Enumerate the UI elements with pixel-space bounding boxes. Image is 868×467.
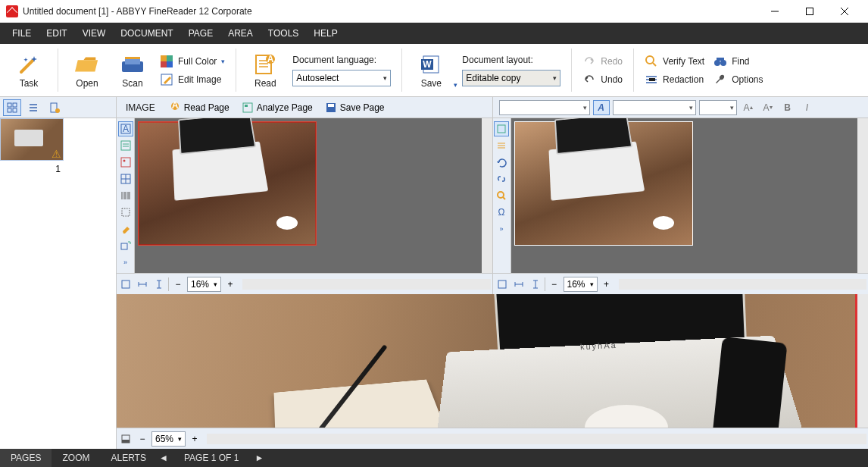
vertical-scrollbar[interactable] xyxy=(857,294,868,428)
zoom-in-button[interactable]: + xyxy=(599,277,614,292)
horizontal-scrollbar[interactable] xyxy=(207,434,866,444)
open-label: Open xyxy=(76,78,98,89)
maximize-button[interactable] xyxy=(792,0,827,23)
status-alerts[interactable]: ALERTS xyxy=(100,449,156,467)
style-select[interactable]: ▾ xyxy=(499,100,590,115)
zoom-select[interactable]: 65%▾ xyxy=(151,431,186,447)
recognition-area-tool[interactable]: A xyxy=(118,121,133,136)
svg-text:W: W xyxy=(423,59,432,70)
bold-button[interactable]: B xyxy=(779,100,796,115)
vertical-scrollbar[interactable] xyxy=(482,118,492,273)
view-mode-button[interactable] xyxy=(118,431,133,447)
horizontal-scrollbar[interactable] xyxy=(619,279,866,290)
table-area-tool[interactable] xyxy=(118,171,133,186)
zoom-canvas[interactable]: kuyhAa xyxy=(117,294,857,428)
status-pages[interactable]: PAGES xyxy=(0,449,52,467)
fit-page-button[interactable] xyxy=(118,277,133,292)
fit-height-button[interactable] xyxy=(528,277,543,292)
image-tab: IMAGE xyxy=(120,102,161,113)
view-details-button[interactable] xyxy=(24,99,42,116)
horizontal-scrollbar[interactable] xyxy=(242,279,490,290)
zoom-in-button[interactable]: + xyxy=(223,277,238,292)
undo-button[interactable]: Undo xyxy=(582,73,623,86)
redo-button[interactable]: Redo xyxy=(582,55,623,68)
decrease-font-button[interactable]: A▾ xyxy=(760,100,776,115)
chevron-down-icon: ▾ xyxy=(221,58,225,65)
edit-image-button[interactable]: Edit Image xyxy=(160,73,225,86)
picture-area-tool[interactable] xyxy=(118,155,133,170)
text-area-tool[interactable] xyxy=(118,138,133,153)
rotate-tool[interactable] xyxy=(494,155,509,170)
menu-view[interactable]: VIEW xyxy=(75,23,114,44)
next-page-button[interactable]: ► xyxy=(252,453,266,463)
svg-rect-19 xyxy=(717,58,724,61)
font-family-select[interactable]: ▾ xyxy=(613,100,696,115)
doc-language-select[interactable]: Autoselect ▾ xyxy=(292,70,391,86)
task-button[interactable]: Task xyxy=(6,52,52,89)
font-style-button[interactable]: A xyxy=(593,100,610,115)
find-button[interactable]: Find xyxy=(713,55,763,68)
menu-tools[interactable]: TOOLS xyxy=(261,23,306,44)
view-thumbnails-button[interactable] xyxy=(3,99,21,116)
link-tool[interactable] xyxy=(494,171,509,186)
svg-rect-29 xyxy=(245,105,248,107)
fit-width-button[interactable] xyxy=(511,277,526,292)
page-thumbnail[interactable] xyxy=(0,118,64,161)
highlight-tool[interactable] xyxy=(494,188,509,203)
scan-button[interactable]: Scan xyxy=(110,52,155,89)
read-button[interactable]: A Read xyxy=(242,52,288,89)
mark-text-tool[interactable] xyxy=(494,121,509,136)
zoom-select[interactable]: 16%▾ xyxy=(187,277,221,292)
zoom-out-button[interactable]: − xyxy=(170,277,186,292)
expand-icon[interactable]: » xyxy=(494,221,509,237)
italic-button[interactable]: I xyxy=(799,100,816,115)
open-button[interactable]: Open xyxy=(64,52,110,89)
image-selection[interactable] xyxy=(138,121,317,246)
increase-font-button[interactable]: A▴ xyxy=(740,100,757,115)
prev-page-button[interactable]: ◄ xyxy=(157,453,170,463)
image-canvas[interactable] xyxy=(135,118,482,273)
menu-file[interactable]: FILE xyxy=(5,23,39,44)
menu-page[interactable]: PAGE xyxy=(181,23,220,44)
verify-text-button[interactable]: Verify Text xyxy=(645,55,704,68)
menu-area[interactable]: AREA xyxy=(220,23,261,44)
minimize-button[interactable] xyxy=(757,0,792,23)
zoom-select[interactable]: 16%▾ xyxy=(564,277,598,292)
menu-document[interactable]: DOCUMENT xyxy=(113,23,180,44)
menu-edit[interactable]: EDIT xyxy=(39,23,74,44)
select-tool[interactable] xyxy=(118,205,133,220)
insert-symbol-tool[interactable]: Ω xyxy=(494,205,509,220)
doc-layout-select[interactable]: Editable copy ▾ xyxy=(462,70,560,86)
text-canvas[interactable] xyxy=(511,118,858,273)
analyze-page-button[interactable]: Analyze Page xyxy=(237,99,317,116)
zoom-in-button[interactable]: + xyxy=(187,431,202,447)
mark-picture-tool[interactable] xyxy=(494,138,509,153)
save-button[interactable]: W Save xyxy=(408,52,454,89)
menu-help[interactable]: HELP xyxy=(306,23,345,44)
barcode-tool[interactable] xyxy=(118,188,133,203)
font-size-select[interactable]: ▾ xyxy=(699,100,737,115)
fit-width-button[interactable] xyxy=(135,277,150,292)
status-zoom[interactable]: ZOOM xyxy=(52,449,100,467)
options-button[interactable]: Options xyxy=(713,73,763,86)
fit-height-button[interactable] xyxy=(151,277,167,292)
svg-rect-34 xyxy=(121,141,130,150)
zoom-out-button[interactable]: − xyxy=(135,431,150,447)
read-page-button[interactable]: ARead Page xyxy=(164,99,234,116)
svg-rect-28 xyxy=(243,103,252,112)
expand-icon[interactable]: » xyxy=(118,255,133,270)
status-bar: PAGES ZOOM ALERTS ◄ PAGE 1 OF 1 ► xyxy=(0,449,868,467)
zoom-out-button[interactable]: − xyxy=(547,277,562,292)
doc-layout-value: Editable copy xyxy=(466,73,520,83)
redaction-button[interactable]: Redaction xyxy=(645,73,704,86)
page-properties-button[interactable] xyxy=(45,99,64,116)
full-color-button[interactable]: Full Color ▾ xyxy=(160,55,225,68)
read-page-icon: A xyxy=(169,102,181,114)
close-button[interactable] xyxy=(827,0,862,23)
fit-page-button[interactable] xyxy=(495,277,510,292)
save-page-button[interactable]: Save Page xyxy=(320,99,389,116)
eraser-tool[interactable] xyxy=(118,221,133,237)
add-part-tool[interactable] xyxy=(118,238,133,253)
image-pane: A » xyxy=(117,118,493,294)
vertical-scrollbar[interactable] xyxy=(857,118,868,273)
